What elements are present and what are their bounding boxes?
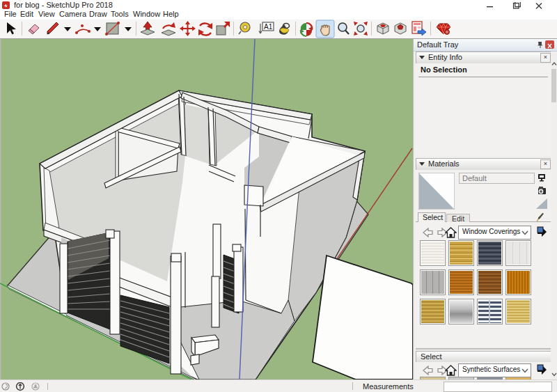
svg-text:A1: A1 (264, 23, 273, 31)
